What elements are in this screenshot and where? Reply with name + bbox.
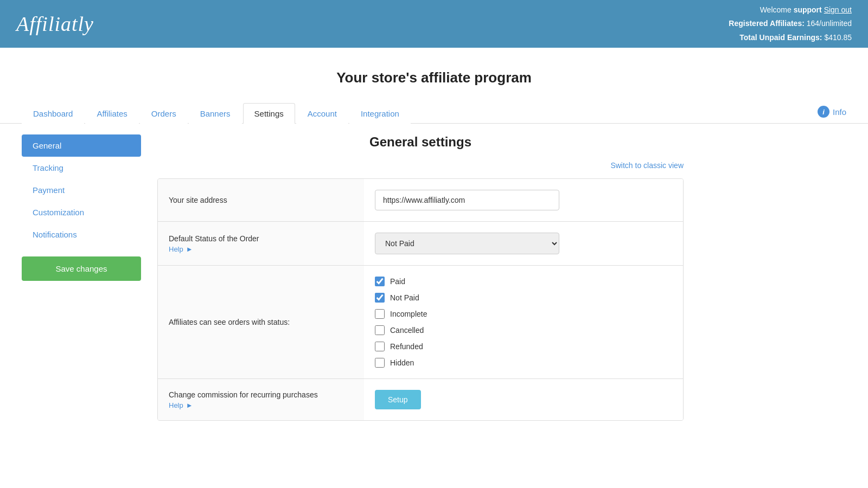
save-changes-button[interactable]: Save changes — [22, 256, 141, 281]
order-visibility-label: Affiliates can see orders with status: — [158, 266, 364, 378]
registered-affiliates: Registered Affiliates: 164/unlimited — [729, 17, 852, 30]
tab-account[interactable]: Account — [296, 103, 348, 124]
welcome-text: Welcome support Sign out — [729, 3, 852, 17]
main-content: Your store's affiliate program Dashboard… — [0, 48, 868, 488]
tab-integration[interactable]: Integration — [349, 103, 411, 124]
switch-classic-view: Switch to classic view — [157, 160, 684, 170]
nav-tabs: Dashboard Affiliates Orders Banners Sett… — [0, 102, 868, 124]
tab-affiliates[interactable]: Affiliates — [85, 103, 138, 124]
checkbox-not-paid[interactable]: Not Paid — [375, 293, 427, 303]
sign-out-link[interactable]: Sign out — [824, 5, 852, 14]
site-address-value — [364, 179, 683, 221]
sidebar: General Tracking Payment Customization N… — [22, 134, 141, 421]
checkbox-paid-input[interactable] — [375, 277, 385, 286]
arrow-right-icon: ► — [186, 245, 193, 253]
recurring-value: Setup — [364, 379, 683, 420]
default-status-value: Not Paid Paid Incomplete Cancelled Refun… — [364, 222, 683, 265]
body-layout: General Tracking Payment Customization N… — [0, 124, 705, 432]
site-address-input[interactable] — [375, 190, 559, 210]
setup-button[interactable]: Setup — [375, 390, 421, 409]
checkbox-paid[interactable]: Paid — [375, 277, 427, 286]
info-icon: i — [818, 106, 829, 118]
settings-row-default-status: Default Status of the Order Help ► Not P… — [158, 222, 683, 266]
order-visibility-checkboxes: Paid Not Paid Incomplete — [364, 266, 683, 378]
switch-classic-link[interactable]: Switch to classic view — [610, 161, 684, 170]
checkbox-incomplete[interactable]: Incomplete — [375, 309, 427, 319]
recurring-help-link[interactable]: Help ► — [169, 401, 353, 409]
checkbox-refunded[interactable]: Refunded — [375, 342, 427, 351]
checkbox-incomplete-label: Incomplete — [390, 310, 427, 318]
settings-content: General settings Switch to classic view … — [157, 134, 684, 421]
settings-row-order-visibility: Affiliates can see orders with status: P… — [158, 266, 683, 379]
tab-orders[interactable]: Orders — [140, 103, 188, 124]
sidebar-item-general[interactable]: General — [22, 134, 141, 157]
recurring-label: Change commission for recurring purchase… — [158, 379, 364, 420]
checkbox-cancelled-label: Cancelled — [390, 326, 424, 335]
checkbox-not-paid-label: Not Paid — [390, 293, 419, 302]
checkbox-incomplete-input[interactable] — [375, 309, 385, 319]
checkbox-hidden-input[interactable] — [375, 358, 385, 368]
settings-row-recurring: Change commission for recurring purchase… — [158, 379, 683, 420]
total-unpaid-earnings: Total Unpaid Earnings: $410.85 — [729, 31, 852, 44]
checkbox-hidden-label: Hidden — [390, 358, 414, 367]
arrow-right-icon-2: ► — [186, 401, 193, 409]
checkbox-refunded-label: Refunded — [390, 342, 423, 351]
checkboxes-group: Paid Not Paid Incomplete — [375, 277, 427, 368]
default-status-label: Default Status of the Order Help ► — [158, 222, 364, 265]
default-status-help-link[interactable]: Help ► — [169, 245, 353, 253]
tab-dashboard[interactable]: Dashboard — [22, 103, 84, 124]
info-button[interactable]: i Info — [818, 106, 846, 123]
settings-row-site-address: Your site address — [158, 179, 683, 222]
checkbox-cancelled[interactable]: Cancelled — [375, 325, 427, 335]
username: support — [794, 5, 822, 14]
header-user-info: Welcome support Sign out Registered Affi… — [729, 3, 852, 44]
tab-banners[interactable]: Banners — [189, 103, 242, 124]
app-logo: Affiliatly — [16, 12, 94, 36]
tab-settings[interactable]: Settings — [243, 103, 295, 124]
settings-title: General settings — [157, 134, 684, 150]
sidebar-item-tracking[interactable]: Tracking — [22, 157, 141, 179]
sidebar-item-payment[interactable]: Payment — [22, 179, 141, 201]
settings-table: Your site address Default Status of the … — [157, 178, 684, 421]
checkbox-hidden[interactable]: Hidden — [375, 358, 427, 368]
checkbox-not-paid-input[interactable] — [375, 293, 385, 303]
page-title: Your store's affiliate program — [0, 48, 868, 102]
default-status-select[interactable]: Not Paid Paid Incomplete Cancelled Refun… — [375, 233, 559, 254]
checkbox-refunded-input[interactable] — [375, 342, 385, 351]
app-header: Affiliatly Welcome support Sign out Regi… — [0, 0, 868, 48]
sidebar-item-notifications[interactable]: Notifications — [22, 223, 141, 246]
info-label: Info — [833, 107, 846, 117]
sidebar-item-customization[interactable]: Customization — [22, 201, 141, 223]
checkbox-paid-label: Paid — [390, 277, 405, 286]
checkbox-cancelled-input[interactable] — [375, 325, 385, 335]
site-address-label: Your site address — [158, 179, 364, 221]
